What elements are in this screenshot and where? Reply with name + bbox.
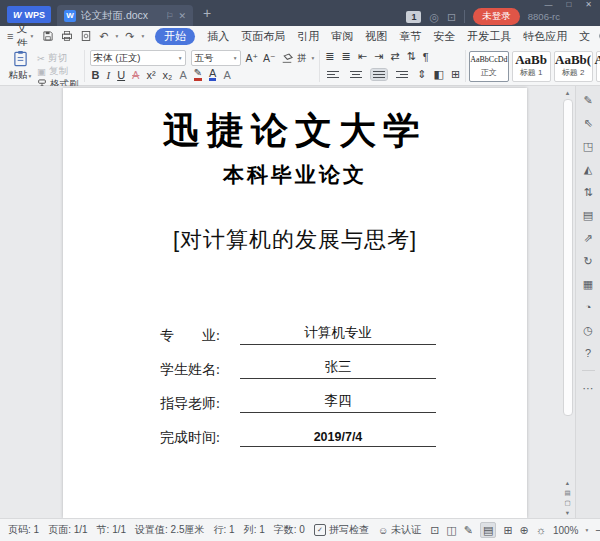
shading-button[interactable]: ◧ — [434, 68, 444, 81]
sign-icon[interactable]: ✎ — [583, 94, 592, 106]
sync-icon[interactable]: ◎ — [429, 11, 439, 23]
share-icon[interactable]: ⇗ — [583, 232, 592, 244]
strikethrough-button[interactable]: A — [132, 69, 139, 81]
print-icon[interactable] — [61, 30, 73, 42]
pin-tab-icon[interactable]: ⚐ — [165, 11, 173, 21]
character-scale-button[interactable]: ⇄ — [390, 50, 399, 63]
tab-insert[interactable]: 插入 — [207, 29, 229, 44]
scroll-up-icon[interactable]: ▴ — [561, 88, 574, 97]
maximize-button[interactable]: □ — [566, 0, 571, 10]
line-spacing-button[interactable]: ⇕ — [417, 68, 426, 81]
tab-references[interactable]: 引用 — [297, 29, 319, 44]
bold-button[interactable]: B — [92, 69, 100, 81]
style-heading1[interactable]: AaBb 标题 1 — [512, 51, 551, 82]
tab-security[interactable]: 安全 — [433, 29, 455, 44]
outline-view-icon[interactable]: ⊞ — [503, 523, 512, 537]
undo-chevron-icon[interactable]: ▾ — [115, 33, 118, 39]
adjust-icon[interactable]: ⇅ — [583, 186, 592, 198]
login-button[interactable]: 未登录 — [473, 8, 520, 25]
web-view-icon[interactable]: ⊕ — [520, 523, 529, 537]
numbering-button[interactable]: ≣ — [342, 50, 351, 63]
help-circle-icon[interactable]: ? — [585, 347, 591, 359]
fullscreen-view-icon[interactable]: ⊡ — [430, 523, 439, 537]
history-icon[interactable]: ◷ — [583, 324, 593, 336]
style-normal[interactable]: AaBbCcDd 正文 — [469, 51, 508, 82]
tab-view[interactable]: 视图 — [365, 29, 387, 44]
status-word-count[interactable]: 字数: 0 — [274, 523, 305, 537]
underline-button[interactable]: U — [117, 69, 125, 81]
field-value[interactable]: 李四 — [240, 392, 436, 413]
next-page-icon[interactable]: ▾ — [566, 509, 569, 516]
highlight-color-button[interactable]: ✎ — [194, 68, 202, 81]
zoom-out-button[interactable]: − — [595, 524, 600, 536]
window-close-button[interactable]: ✕ — [585, 0, 592, 10]
decrease-indent-button[interactable]: ⇤ — [358, 50, 367, 63]
increase-indent-button[interactable]: ⇥ — [374, 50, 383, 63]
new-tab-button[interactable]: + — [203, 5, 211, 21]
text-effects-button[interactable]: A — [179, 69, 186, 81]
stamp-icon[interactable]: ◭ — [584, 163, 592, 175]
image-edit-icon[interactable]: ▤ — [583, 209, 593, 221]
read-view-icon[interactable]: ◫ — [446, 523, 456, 537]
workspace-icon[interactable]: ⊡ — [447, 11, 456, 23]
align-right-button[interactable] — [394, 69, 410, 80]
style-heading3[interactable]: AaBbC( 标题 3 — [596, 51, 600, 82]
picture-icon[interactable]: ▦ — [583, 278, 593, 290]
italic-button[interactable]: I — [106, 69, 110, 81]
field-value[interactable]: 张三 — [240, 358, 436, 379]
select-object-icon[interactable]: ▢ — [564, 499, 570, 506]
tab-special-features[interactable]: 特色应用 — [523, 29, 567, 44]
field-value[interactable]: 计算机专业 — [240, 324, 436, 345]
save-icon[interactable] — [42, 30, 54, 42]
font-size-select[interactable]: 五号 ▾ — [191, 50, 241, 66]
vertical-scrollbar[interactable]: ▴ ▴ ▤ ▢ ▾ — [561, 88, 574, 518]
redo-icon[interactable]: ↷ — [125, 30, 134, 43]
subscript-button[interactable]: x₂ — [163, 69, 173, 81]
spellcheck-toggle[interactable]: ✓ 拼写检查 — [314, 523, 369, 537]
page-view-icon[interactable]: ▤ — [480, 522, 496, 538]
tab-developer[interactable]: 开发工具 — [467, 29, 511, 44]
character-shading-button[interactable]: A — [223, 69, 230, 81]
field-value[interactable]: 2019/7/4 — [240, 430, 436, 447]
write-mode-icon[interactable]: ✎ — [464, 523, 473, 537]
document-page[interactable]: 迅捷论文大学 本科毕业论文 [对计算机的发展与思考] 专 业: 计算机专业 学生… — [63, 88, 527, 518]
clear-format-icon[interactable] — [281, 53, 293, 64]
browse-object-icon[interactable]: ▤ — [564, 489, 570, 496]
justify-button[interactable] — [371, 69, 387, 80]
tab-home[interactable]: 开始 — [155, 28, 195, 45]
shrink-font-button[interactable]: A⁻ — [263, 52, 276, 64]
compass-icon[interactable]: ◔ — [585, 301, 592, 313]
shapes-icon[interactable]: ◳ — [583, 140, 593, 152]
superscript-button[interactable]: x² — [146, 69, 155, 81]
previous-page-icon[interactable]: ▴ — [566, 479, 569, 486]
document-tab[interactable]: W 论文封面.docx ⚐ ✕ — [57, 5, 193, 26]
scrollbar-thumb[interactable] — [563, 99, 573, 416]
tab-section[interactable]: 章节 — [399, 29, 421, 44]
font-name-select[interactable]: 宋体 (正文) ▾ — [90, 50, 186, 66]
select-cursor-icon[interactable]: ⇖ — [583, 117, 592, 129]
qat-customize-icon[interactable]: ▾ — [141, 33, 144, 39]
copy-button[interactable]: ▣ 复制 — [37, 65, 79, 78]
grow-font-button[interactable]: A⁺ — [246, 52, 259, 64]
align-left-button[interactable] — [325, 69, 341, 80]
refresh-icon[interactable]: ↻ — [583, 255, 592, 267]
borders-button[interactable]: ⊞ — [451, 68, 460, 81]
zoom-level[interactable]: 100% — [553, 525, 579, 536]
pinyin-guide-button[interactable]: 拼 — [298, 52, 307, 65]
show-marks-button[interactable]: ¶ — [423, 51, 429, 63]
tab-page-layout[interactable]: 页面布局 — [241, 29, 285, 44]
bullets-button[interactable]: ≣ — [325, 50, 334, 63]
cut-button[interactable]: ✂ 剪切 — [37, 52, 79, 65]
certification-status[interactable]: ☺ 未认证 — [378, 523, 421, 537]
tab-close-icon[interactable]: ✕ — [178, 11, 186, 21]
style-heading2[interactable]: AaBb( 标题 2 — [554, 51, 593, 82]
tab-text-truncated[interactable]: 文 — [579, 29, 590, 44]
more-tools-icon[interactable]: ⋯ — [583, 382, 594, 394]
font-color-button[interactable]: A — [209, 68, 216, 81]
tab-review[interactable]: 审阅 — [331, 29, 353, 44]
sort-button[interactable]: ⇅ — [406, 50, 415, 63]
print-preview-icon[interactable] — [80, 30, 92, 42]
eye-protect-icon[interactable]: ☼ — [536, 523, 546, 537]
align-center-button[interactable] — [348, 69, 364, 80]
paste-button[interactable]: 粘贴▾ — [5, 49, 35, 83]
